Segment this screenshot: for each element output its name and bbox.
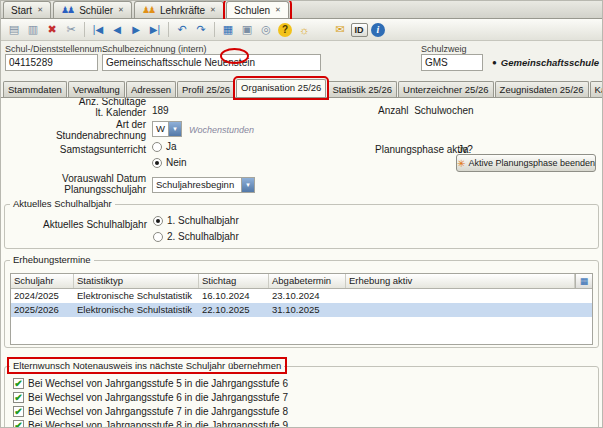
id-button[interactable]: ID: [350, 21, 368, 39]
column-header-abgabetermin[interactable]: Abgabetermin: [269, 274, 346, 288]
bullet-icon: ●: [492, 58, 497, 67]
undo-icon[interactable]: ↶: [173, 21, 191, 39]
branch-name-label: Gemeinschaftsschule: [501, 57, 599, 68]
label-line: Art der: [1, 119, 146, 130]
mail-icon[interactable]: ✉: [331, 21, 349, 39]
close-icon[interactable]: ✕: [275, 6, 281, 14]
nav-last-icon[interactable]: ▶|: [146, 21, 164, 39]
search-icon[interactable]: ◎: [257, 21, 275, 39]
radio-icon: [152, 142, 162, 152]
tab-profil[interactable]: Profil 25/26: [177, 81, 235, 97]
cell-erhebung-aktiv: [346, 303, 592, 317]
schoolweeks-label: Anzahl Schulwochen: [378, 105, 474, 116]
saturday-radio-nein[interactable]: Nein: [152, 157, 187, 168]
radio-icon: [153, 232, 163, 242]
window-tab-schueler[interactable]: ♟♟ Schüler ✕: [53, 1, 132, 18]
radio-second-halfyear[interactable]: 2. Schulhalbjahr: [153, 231, 239, 242]
app-window: Start ✕ ♟♟ Schüler ✕ ♟♟ Lehrkräfte ✕ Sch…: [0, 0, 603, 428]
table-row[interactable]: 2024/2025 Elektronische Schulstatistik 1…: [11, 289, 592, 303]
students-icon: ♟♟: [61, 5, 75, 15]
label-line: Vorauswahl Datum: [1, 173, 146, 184]
tab-unterzeichner[interactable]: Unterzeichner 25/26: [398, 81, 494, 97]
checkbox-label: Bei Wechsel von Jahrgangsstufe 5 in die …: [28, 378, 288, 389]
hint-icon[interactable]: ☼: [295, 21, 313, 39]
id-label: ID: [351, 23, 368, 37]
nav-next-icon[interactable]: ▶: [127, 21, 145, 39]
annotation-circle: [220, 48, 249, 64]
school-name-label: Schulbezeichnung (intern): [102, 44, 207, 54]
window-tab-schulen[interactable]: Schulen ✕: [226, 1, 289, 18]
tab-zeugnisdaten[interactable]: Zeugnisdaten 25/26: [495, 81, 589, 97]
checkbox-checked-icon: ✔: [13, 406, 24, 417]
table-row-selected[interactable]: 2025/2026 Elektronische Schulstatistik 2…: [11, 303, 592, 317]
detail-tab-bar: Stammdaten Verwaltung Adressen Profil 25…: [1, 80, 602, 98]
parents-wish-group-title: Elternwunsch Notenausweis ins nächste Sc…: [10, 360, 284, 371]
school-branch-label: Schulzweig: [421, 44, 467, 54]
chevron-down-icon[interactable]: ▾: [168, 122, 181, 136]
school-branch-field[interactable]: GMS: [421, 54, 483, 71]
nav-prev-icon[interactable]: ◀: [108, 21, 126, 39]
close-icon[interactable]: ✕: [210, 6, 216, 14]
window-tab-lehrkraefte[interactable]: ♟♟ Lehrkräfte ✕: [134, 1, 224, 18]
halfyear-groupbox: Aktuelles Schulhalbjahr Aktuelles Schulh…: [4, 204, 599, 249]
column-header-statistiktyp[interactable]: Statistiktyp: [74, 274, 199, 288]
accounting-hint: Wochenstunden: [189, 125, 254, 135]
tab-verwaltung[interactable]: Verwaltung: [68, 81, 125, 97]
redo-icon[interactable]: ↷: [192, 21, 210, 39]
print-icon[interactable]: ▣: [238, 21, 256, 39]
copy-icon[interactable]: ▥: [24, 21, 42, 39]
checkbox-grade-8-9[interactable]: ✔ Bei Wechsel von Jahrgangsstufe 8 in di…: [13, 420, 288, 428]
select-value: W: [153, 122, 168, 136]
tab-label: Start: [11, 5, 32, 16]
tab-statistik[interactable]: Statistik 25/26: [327, 81, 397, 97]
surveys-table: Schuljahr Statistiktyp Stichtag Abgabete…: [10, 273, 593, 345]
tab-label: Schulen: [234, 5, 270, 16]
radio-selected-icon: [152, 158, 162, 168]
tab-adressen[interactable]: Adressen: [126, 81, 176, 97]
tab-kalender-termine[interactable]: Kalender/Termine 25/26: [590, 81, 603, 97]
checkbox-label: Bei Wechsel von Jahrgangsstufe 7 in die …: [28, 406, 288, 417]
label-line: Planungsschuljahr: [1, 184, 146, 195]
school-number-label: Schul-/Dienststellennum...: [5, 44, 110, 54]
question-glyph: ?: [278, 23, 292, 37]
checkbox-checked-icon: ✔: [13, 378, 24, 389]
radio-first-halfyear[interactable]: 1. Schulhalbjahr: [153, 215, 239, 226]
toolbar-separator: [214, 22, 215, 37]
toolbar-separator: [168, 22, 169, 37]
window-tab-start[interactable]: Start ✕: [3, 1, 51, 18]
cell-schuljahr: 2024/2025: [11, 289, 74, 303]
close-icon[interactable]: ✕: [37, 6, 43, 14]
school-number-field[interactable]: 04115289: [5, 54, 98, 71]
checkbox-grade-5-6[interactable]: ✔ Bei Wechsel von Jahrgangsstufe 5 in di…: [13, 378, 288, 389]
tab-organisation[interactable]: Organisation 25/26: [236, 79, 326, 97]
column-header-erhebung-aktiv[interactable]: Erhebung aktiv: [346, 274, 575, 288]
cell-statistiktyp: Elektronische Schulstatistik: [74, 289, 199, 303]
nav-first-icon[interactable]: |◀: [89, 21, 107, 39]
chevron-down-icon[interactable]: ▾: [241, 178, 254, 192]
tab-stammdaten[interactable]: Stammdaten: [3, 81, 67, 97]
column-header-stichtag[interactable]: Stichtag: [199, 274, 269, 288]
cell-erhebung-aktiv: [346, 289, 592, 303]
info-icon[interactable]: i: [369, 21, 387, 39]
checkbox-grade-7-8[interactable]: ✔ Bei Wechsel von Jahrgangsstufe 7 in di…: [13, 406, 288, 417]
school-name-field[interactable]: Gemeinschaftsschule Neuenstein: [102, 54, 321, 71]
delete-icon[interactable]: ✖: [43, 21, 61, 39]
radio-label: Nein: [166, 157, 187, 168]
column-config-button[interactable]: ▦: [575, 274, 592, 288]
preselect-date-select[interactable]: Schuljahresbeginn ▾: [152, 177, 255, 193]
table-icon[interactable]: ▦: [219, 21, 237, 39]
halfyear-group-title: Aktuelles Schulhalbjahr: [10, 198, 115, 209]
close-icon[interactable]: ✕: [118, 6, 124, 14]
saturday-radio-ja[interactable]: Ja: [152, 141, 177, 152]
column-header-schuljahr[interactable]: Schuljahr: [11, 274, 74, 288]
cell-abgabetermin: 23.10.2024: [269, 289, 346, 303]
checkbox-grade-6-7[interactable]: ✔ Bei Wechsel von Jahrgangsstufe 6 in di…: [13, 392, 288, 403]
schooldays-label: Anz. Schultage lt. Kalender: [1, 98, 146, 118]
end-planning-phase-button[interactable]: ✳ Aktive Planungsphase beenden: [456, 154, 596, 172]
help-icon[interactable]: ?: [276, 21, 294, 39]
accounting-select[interactable]: W ▾: [152, 121, 182, 137]
checkbox-label: Bei Wechsel von Jahrgangsstufe 6 in die …: [28, 392, 288, 403]
cell-statistiktyp: Elektronische Schulstatistik: [74, 303, 199, 317]
save-icon[interactable]: ▤: [5, 21, 23, 39]
cut-icon[interactable]: ✂: [62, 21, 80, 39]
